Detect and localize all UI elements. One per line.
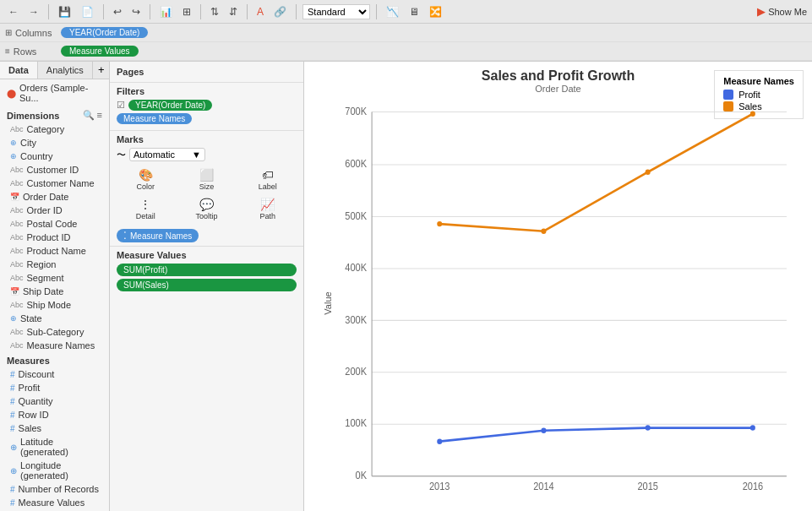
label-button[interactable]: 🏷 Label <box>239 166 297 193</box>
dim-country[interactable]: ⊕ Country <box>0 149 109 163</box>
add-panel-button[interactable]: + <box>93 62 110 79</box>
abc-icon3: Abc <box>10 179 24 188</box>
save-button[interactable]: 💾 <box>55 4 74 19</box>
table-button[interactable]: ⊞ <box>179 4 194 19</box>
measure-latitude[interactable]: ⊕ Latitude (generated) <box>0 435 109 459</box>
new-button[interactable]: 📄 <box>78 4 97 19</box>
dim-city[interactable]: ⊕ City <box>0 136 109 149</box>
back-button[interactable]: ← <box>5 4 22 19</box>
measure-row-id[interactable]: # Row ID <box>0 408 109 421</box>
sort-asc-button[interactable]: ⇅ <box>207 4 222 19</box>
show-me-label: Show Me <box>768 7 807 17</box>
view-dropdown[interactable]: Standard Fit Width Entire View <box>302 4 370 19</box>
svg-text:0K: 0K <box>356 470 368 481</box>
marks-dropdown[interactable]: Automatic ▼ <box>129 148 205 161</box>
filter-pill-measure-names[interactable]: Measure Names <box>117 113 192 124</box>
abc-icon10: Abc <box>10 301 24 309</box>
sort-desc-button[interactable]: ⇵ <box>226 4 241 19</box>
dim-order-id[interactable]: Abc Order ID <box>0 204 109 217</box>
profit-point-2014 <box>541 428 546 433</box>
dim-postal-code[interactable]: Abc Postal Code <box>0 217 109 231</box>
dim-sub-category[interactable]: Abc Sub-Category <box>0 325 109 339</box>
measure-longitude[interactable]: ⊕ Longitude (generated) <box>0 459 109 482</box>
svg-text:700K: 700K <box>345 106 367 116</box>
dim-segment[interactable]: Abc Segment <box>0 271 109 285</box>
measure-values-title: Measure Values <box>117 250 297 260</box>
search-icon[interactable]: 🔍 <box>83 110 95 121</box>
tooltip-button[interactable]: 💬 Tooltip <box>177 196 235 222</box>
redo-button[interactable]: ↪ <box>128 4 144 19</box>
forward-button[interactable]: → <box>25 4 42 19</box>
measure-values[interactable]: # Measure Values <box>0 496 109 509</box>
toolbar-separator2 <box>103 4 104 19</box>
dim-measure-names[interactable]: Abc Measure Names <box>0 339 109 352</box>
dim-category[interactable]: Abc Category <box>0 122 109 136</box>
measure-sales[interactable]: # Sales <box>0 421 109 435</box>
measure-quantity[interactable]: # Quantity <box>0 394 109 408</box>
filter-row-1: ☑ YEAR(Order Date) <box>117 100 297 111</box>
profit-point-2013 <box>437 438 442 443</box>
color-button[interactable]: 🎨 Color <box>117 166 174 193</box>
dim-product-name[interactable]: Abc Product Name <box>0 244 109 258</box>
globe-icon5: ⊕ <box>10 466 17 476</box>
toolbar-separator <box>48 4 49 19</box>
bar-icon3: # <box>10 397 15 406</box>
svg-text:2016: 2016 <box>743 481 764 491</box>
filter-row-2: Measure Names <box>117 113 297 124</box>
menu-icon[interactable]: ≡ <box>97 110 102 121</box>
measures-list: # Discount # Profit # Quantity # Row ID … <box>0 367 109 509</box>
filter-pill-year[interactable]: YEAR(Order Date) <box>128 100 212 111</box>
bar-icon5: # <box>10 424 15 433</box>
measure-names-pill[interactable]: ⁚ Measure Names <box>117 229 199 242</box>
abc-icon2: Abc <box>10 166 24 174</box>
dots-icon: ⁚ <box>123 230 127 242</box>
abc-icon5: Abc <box>10 220 24 228</box>
measure-values-section: Measure Values SUM(Profit) SUM(Sales) <box>110 247 303 297</box>
path-button[interactable]: 📈 Path <box>239 196 297 222</box>
filter-checkbox-1[interactable]: ☑ <box>117 100 125 111</box>
globe-icon2: ⊕ <box>10 152 17 160</box>
detail-icon: ⋮ <box>139 198 151 211</box>
globe-icon3: ⊕ <box>10 314 17 323</box>
toolbar: ← → 💾 📄 ↩ ↪ 📊 ⊞ ⇅ ⇵ A 🔗 Standard Fit Wid… <box>0 0 812 24</box>
dim-ship-date[interactable]: 📅 Ship Date <box>0 285 109 298</box>
show-me-button[interactable]: ▶ Show Me <box>757 5 807 18</box>
link-button[interactable]: 🔗 <box>270 4 290 19</box>
data-tab[interactable]: Data <box>0 62 38 79</box>
bar-icon4: # <box>10 410 15 420</box>
measure-discount[interactable]: # Discount <box>0 367 109 381</box>
bar-chart-button[interactable]: 📉 <box>383 4 402 19</box>
middle-panel: Pages Filters ☑ YEAR(Order Date) Measure… <box>110 62 304 511</box>
measure-records[interactable]: # Number of Records <box>0 482 109 496</box>
detail-button[interactable]: ⋮ Detail <box>117 196 174 222</box>
dim-region[interactable]: Abc Region <box>0 258 109 271</box>
bar-icon: # <box>10 370 15 379</box>
dim-customer-id[interactable]: Abc Customer ID <box>0 163 109 177</box>
share-button[interactable]: 🔀 <box>426 4 445 19</box>
size-button[interactable]: ⬜ Size <box>177 166 235 193</box>
toolbar-separator3 <box>150 4 150 19</box>
analytics-tab[interactable]: Analytics <box>38 62 93 79</box>
sum-sales-pill[interactable]: SUM(Sales) <box>117 279 297 291</box>
abc-icon6: Abc <box>10 233 24 242</box>
dim-state[interactable]: ⊕ State <box>0 312 109 325</box>
chart-button[interactable]: 📊 <box>156 4 176 19</box>
line-icon: 〜 <box>117 149 126 161</box>
svg-text:400K: 400K <box>345 263 367 273</box>
measure-profit[interactable]: # Profit <box>0 381 109 394</box>
chart-svg: 0K 100K 200K 300K 400K 500K 600K 700K <box>330 94 804 503</box>
highlight-button[interactable]: A <box>253 4 267 19</box>
rows-pill[interactable]: Measure Values <box>61 46 139 57</box>
dim-ship-mode[interactable]: Abc Ship Mode <box>0 298 109 312</box>
dim-order-date[interactable]: 📅 Order Date <box>0 190 109 204</box>
svg-text:300K: 300K <box>345 314 367 324</box>
sum-profit-pill[interactable]: SUM(Profit) <box>117 264 297 276</box>
columns-pill[interactable]: YEAR(Order Date) <box>61 27 148 38</box>
dim-product-id[interactable]: Abc Product ID <box>0 231 109 244</box>
screen-button[interactable]: 🖥 <box>406 4 422 19</box>
undo-button[interactable]: ↩ <box>110 4 125 19</box>
panel-tabs: Data Analytics + <box>0 62 109 79</box>
path-icon: 📈 <box>260 198 275 211</box>
source-item[interactable]: ⬤ Orders (Sample-Su... <box>0 79 109 106</box>
dim-customer-name[interactable]: Abc Customer Name <box>0 177 109 190</box>
